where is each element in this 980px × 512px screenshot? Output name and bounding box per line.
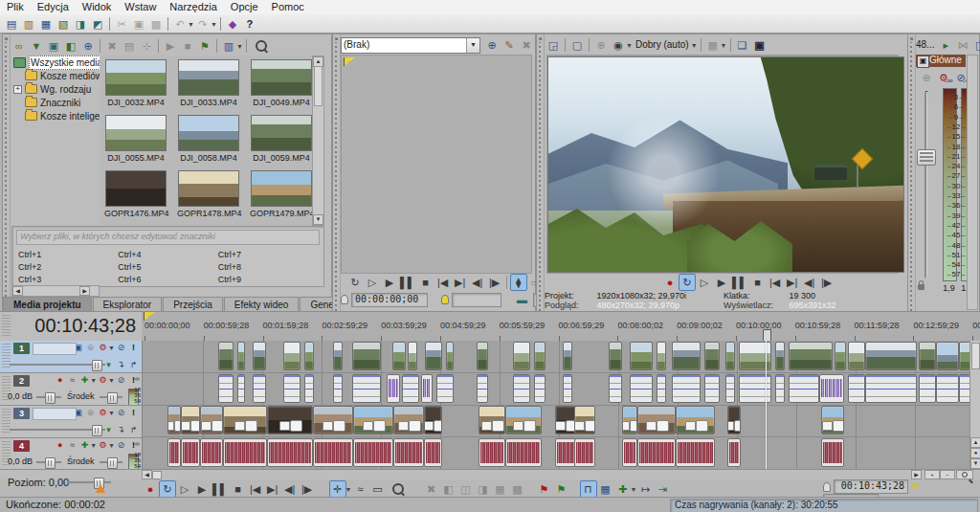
marker-hint-field[interactable]: Wybierz pliki, w których chcesz edytować… xyxy=(16,230,320,245)
media-item[interactable]: DJI_0049.MP4 xyxy=(250,59,313,107)
scroll-thumb[interactable] xyxy=(152,471,162,479)
audio-event[interactable] xyxy=(821,438,844,467)
media-thumbnail[interactable] xyxy=(251,59,312,96)
go-to-start-icon[interactable]: |◀ xyxy=(767,274,784,291)
tree-item-5[interactable]: Kosze inteligentne xyxy=(11,109,100,122)
audio-event[interactable] xyxy=(237,374,245,403)
video-event[interactable] xyxy=(865,342,917,370)
media-item[interactable]: DJI_0032.MP4 xyxy=(104,59,167,107)
track-header-4[interactable]: 4●≈✚▼⚙▼⊘!0,0 dBŚrodek-∞183654 xyxy=(0,438,142,471)
audio-event[interactable] xyxy=(387,374,400,403)
arm-for-record-icon[interactable]: ● xyxy=(54,439,66,452)
audio-event[interactable] xyxy=(637,438,676,467)
insert-marker-icon[interactable]: ⚑ xyxy=(536,480,553,498)
media-thumbnail[interactable] xyxy=(251,115,312,151)
audio-event[interactable] xyxy=(555,438,576,467)
tab-przejścia[interactable]: Przejścia xyxy=(163,297,223,312)
media-thumbnail[interactable] xyxy=(178,170,239,207)
solo-icon[interactable]: ! xyxy=(127,342,140,354)
pause-icon[interactable]: ▌▌ xyxy=(398,274,417,291)
master-fader-handle[interactable] xyxy=(917,149,936,166)
audio-event[interactable] xyxy=(630,374,653,403)
video-event[interactable] xyxy=(200,406,223,434)
close-icon[interactable]: × xyxy=(908,35,915,42)
video-event[interactable] xyxy=(637,406,676,434)
audio-event[interactable] xyxy=(479,438,505,467)
audio-event[interactable] xyxy=(574,438,595,467)
track-header-2[interactable]: 2●≈✚▼⚙▼⊘!0,0 dBŚrodek-∞183654 xyxy=(0,373,142,406)
video-event[interactable] xyxy=(253,342,266,370)
meters-scrollbar[interactable] xyxy=(967,55,978,310)
import-media-icon[interactable]: ▼ xyxy=(28,37,45,55)
master-bus-header[interactable]: ▣ Główne xyxy=(916,55,966,67)
redo-icon[interactable]: ↷ xyxy=(194,15,212,33)
move-media-icon[interactable]: ⊹ xyxy=(138,37,155,55)
video-event[interactable] xyxy=(283,342,301,370)
play-from-start-icon[interactable]: ▷ xyxy=(364,274,381,291)
split-screen-icon[interactable]: ▦ xyxy=(704,36,722,54)
menu-opcje[interactable]: Opcje xyxy=(224,0,265,14)
trimmer-workspace[interactable] xyxy=(341,55,532,274)
previous-frame-icon[interactable]: ◀| xyxy=(281,480,299,498)
expander-icon[interactable]: + xyxy=(13,85,22,94)
audio-event[interactable] xyxy=(200,438,223,467)
media-properties-icon[interactable]: ▤ xyxy=(121,37,138,55)
tab-media-projektu[interactable]: Media projektu xyxy=(3,297,92,312)
video-event[interactable] xyxy=(789,342,833,370)
timeline-cursor-field[interactable]: 00:10:43;28 xyxy=(834,479,908,494)
next-frame-icon[interactable]: |▶ xyxy=(299,480,316,498)
chevron-down-icon[interactable]: ▼ xyxy=(721,42,727,49)
track-level-fader[interactable] xyxy=(10,429,105,431)
video-event[interactable] xyxy=(424,406,442,434)
bus-b-icon[interactable]: ↱ xyxy=(127,424,140,436)
audio-event[interactable] xyxy=(167,438,181,467)
panel-grip[interactable]: × xyxy=(908,34,916,312)
auto-preview-icon[interactable]: ⚑ xyxy=(196,37,213,55)
scroll-left-icon[interactable]: ◀ xyxy=(142,470,152,479)
audio-event[interactable] xyxy=(657,374,666,403)
audio-event[interactable] xyxy=(181,438,200,467)
video-event[interactable] xyxy=(821,406,844,434)
audio-event[interactable] xyxy=(534,374,546,403)
play-icon[interactable]: ▶ xyxy=(193,480,211,498)
tree-item-2[interactable]: Kosze mediów xyxy=(11,69,100,82)
audio-event[interactable] xyxy=(424,438,442,467)
enable-snapping-icon[interactable]: ⊓ xyxy=(580,480,597,498)
video-event[interactable] xyxy=(353,406,393,434)
bus-collapse-icon[interactable]: ▣ xyxy=(917,56,929,68)
media-item[interactable]: DJI_0058.MP4 xyxy=(177,115,240,163)
video-event[interactable] xyxy=(477,342,488,370)
timeline-ruler[interactable]: 00:00:00;0000:00:59;2800:01:59;2800:02:5… xyxy=(142,312,980,343)
track-lane-area[interactable] xyxy=(142,341,970,469)
master-fader-track[interactable] xyxy=(924,92,927,278)
new-project-icon[interactable]: ▤ xyxy=(3,15,20,33)
interactive-tutorials-icon[interactable]: ◆ xyxy=(224,15,241,33)
media-item[interactable]: DJI_0033.MP4 xyxy=(177,59,240,107)
bypass-fx-icon[interactable]: ⊕ xyxy=(84,407,97,419)
video-event[interactable] xyxy=(725,342,735,370)
preview-video-icon[interactable]: ◲ xyxy=(545,36,562,54)
track-header-1[interactable]: 1✎▣⊕⚙▼⊘!▾↴↱ xyxy=(0,341,142,373)
bus-a-icon[interactable]: ↴ xyxy=(115,424,127,436)
audio-event[interactable] xyxy=(477,374,488,403)
media-item[interactable]: GOPR1479.MP4 xyxy=(250,170,313,218)
video-event[interactable] xyxy=(704,342,720,370)
chevron-down-icon[interactable]: ▼ xyxy=(466,38,479,53)
trim-start-icon[interactable]: ◧ xyxy=(440,480,457,498)
snap-to-grid-icon[interactable]: ▦ xyxy=(597,480,614,498)
video-event[interactable] xyxy=(446,342,454,370)
go-to-end-icon[interactable]: ▶| xyxy=(784,274,801,291)
audio-event[interactable] xyxy=(563,374,572,403)
close-icon[interactable]: × xyxy=(3,35,10,42)
audio-event[interactable] xyxy=(609,374,622,403)
tool-normal-edit-icon[interactable]: ✛ xyxy=(329,480,346,498)
record-icon[interactable]: ● xyxy=(142,480,159,498)
track-zoom-default-icon[interactable]: ● xyxy=(970,448,980,458)
edit-media-icon[interactable]: ✎ xyxy=(501,36,518,54)
video-event[interactable] xyxy=(936,342,959,370)
close-icon[interactable]: × xyxy=(537,35,544,42)
pause-icon[interactable]: ▌▌ xyxy=(730,274,749,291)
audio-event[interactable] xyxy=(672,374,701,403)
scroll-right-icon[interactable]: ▶ xyxy=(911,470,922,479)
menu-edycja[interactable]: Edycja xyxy=(31,0,76,14)
